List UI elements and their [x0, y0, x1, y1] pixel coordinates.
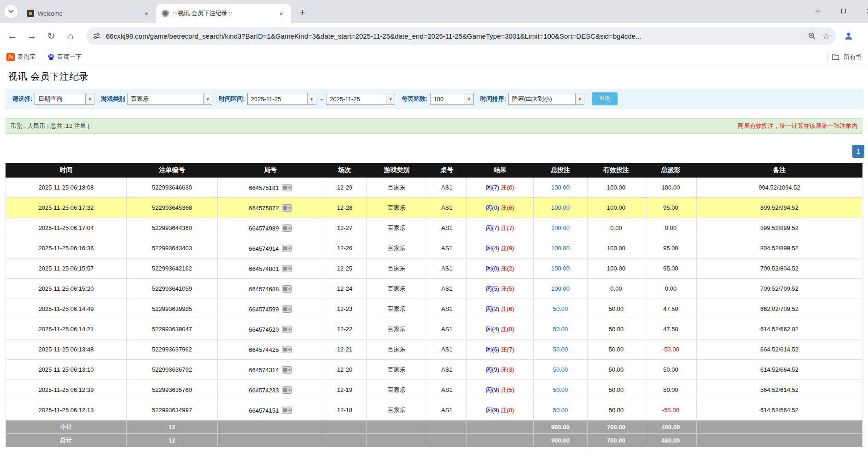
cell-game-type: 百家乐	[367, 178, 427, 198]
total-bet-link[interactable]: 50.00	[553, 407, 568, 414]
subtotal-payout: 480.00	[645, 420, 697, 434]
page-number-button[interactable]: 1	[852, 145, 864, 158]
total-bet-link[interactable]: 100.00	[551, 184, 570, 191]
result-player: 闲(9)	[486, 407, 499, 414]
cell-total-bet: 50.00	[534, 319, 588, 339]
back-button[interactable]: ←	[3, 26, 22, 46]
zoom-indicator-button[interactable]	[808, 32, 816, 40]
cell-round-id: 664575072	[218, 198, 323, 218]
cell-game-type: 百家乐	[367, 259, 427, 279]
column-header: 有效投注	[588, 163, 645, 178]
all-bookmarks-button[interactable]: 所有书	[827, 52, 862, 61]
total-bet-link[interactable]: 100.00	[551, 285, 570, 292]
video-replay-icon[interactable]	[282, 224, 292, 232]
page-size-dropdown[interactable]: 100 ▾	[430, 93, 474, 105]
site-info-icon[interactable]	[93, 32, 101, 40]
video-replay-icon[interactable]	[282, 386, 292, 394]
total-bet-link[interactable]: 100.00	[551, 265, 570, 272]
game-type-dropdown[interactable]: 百家乐 ▾	[127, 93, 212, 105]
browser-toolbar: ← → ↻ ⌂ 66cxkj98.com/game/betrecord_sear…	[0, 23, 868, 49]
column-header: 时间	[6, 163, 127, 178]
tab-bet-records[interactable]: :::视讯 会员下注纪录::: ×	[156, 4, 291, 23]
address-bar[interactable]: 66cxkj98.com/game/betrecord_search/kind3…	[87, 27, 836, 45]
cell-table-no: AS1	[427, 380, 467, 400]
search-button[interactable]: 查询	[592, 92, 618, 105]
bet-record-row: 2025-11-25 06:13:10522993636792664574314…	[6, 360, 862, 380]
bet-record-row: 2025-11-25 06:15:20522993641059664574688…	[6, 279, 862, 299]
cell-round-id: 664574520	[218, 319, 323, 339]
total-bet-link[interactable]: 100.00	[551, 224, 570, 231]
video-replay-icon[interactable]	[282, 265, 292, 272]
cell-table-no: AS1	[427, 279, 467, 299]
cell-game-type: 百家乐	[367, 279, 427, 299]
all-bookmarks-label: 所有书	[844, 53, 862, 61]
minimize-button[interactable]	[805, 0, 831, 22]
cell-bet-id: 522993643403	[127, 238, 218, 259]
video-replay-icon[interactable]	[282, 285, 292, 293]
tab-list-button[interactable]	[5, 5, 17, 18]
url-text[interactable]: 66cxkj98.com/game/betrecord_search/kind3…	[106, 32, 802, 40]
video-replay-icon[interactable]	[282, 326, 292, 333]
video-replay-icon[interactable]	[282, 245, 292, 252]
profile-button[interactable]	[839, 27, 858, 45]
result-player: 闲(6)	[486, 346, 499, 353]
video-replay-icon[interactable]	[282, 346, 292, 353]
minimize-icon	[815, 8, 821, 14]
table-header: 时间注单编号局号场次游戏类别桌号结果总投注有效投注总派彩备注	[6, 163, 862, 178]
dropdown-arrow-icon[interactable]: ▾	[386, 93, 395, 104]
cell-remark: 614.52/564.52	[697, 400, 862, 420]
filter-bar: 请选择: 日期查询 ▾ 游戏类别 百家乐 ▾ 时间区间: 2025-11-25 …	[6, 89, 862, 109]
query-type-dropdown[interactable]: 日期查询 ▾	[35, 93, 94, 105]
bookmark-baidu[interactable]: 百度一下	[47, 53, 82, 61]
bookmark-star-button[interactable]: ☆	[822, 31, 830, 41]
close-window-button[interactable]	[856, 0, 868, 22]
tab-close-icon[interactable]: ×	[142, 9, 151, 17]
cell-payout: 47.50	[645, 299, 697, 319]
total-bet-link[interactable]: 50.00	[553, 346, 568, 353]
pagination: 1	[0, 145, 864, 158]
total-bet-link[interactable]: 50.00	[553, 366, 568, 373]
cell-payout: -50.00	[645, 339, 697, 360]
cell-table-no: AS1	[427, 360, 467, 380]
total-bet-link[interactable]: 50.00	[553, 326, 568, 333]
reload-button[interactable]: ↻	[41, 26, 61, 46]
cell-round-id: 664574151	[218, 400, 323, 420]
total-bet-link[interactable]: 50.00	[553, 386, 568, 393]
total-bet-link[interactable]: 100.00	[551, 204, 570, 211]
cell-valid-bet: 0.00	[588, 218, 645, 238]
cell-round-id: 664574914	[218, 238, 323, 259]
tab-close-icon[interactable]: ×	[277, 9, 285, 17]
result-player: 闲(5)	[486, 285, 499, 292]
total-bet-link[interactable]: 50.00	[553, 305, 568, 312]
video-replay-icon[interactable]	[282, 407, 292, 414]
home-button[interactable]: ⌂	[61, 26, 80, 46]
cell-round-id: 664575181	[218, 178, 323, 198]
new-tab-button[interactable]: +	[296, 6, 309, 19]
cell-time: 2025-11-25 06:15:57	[6, 259, 127, 279]
dropdown-arrow-icon[interactable]: ▾	[203, 93, 212, 104]
cell-game-type: 百家乐	[367, 319, 427, 339]
total-empty-cell	[467, 434, 534, 447]
forward-button[interactable]: →	[22, 26, 41, 46]
video-replay-icon[interactable]	[282, 204, 292, 212]
video-replay-icon[interactable]	[282, 305, 292, 313]
date-start-dropdown[interactable]: 2025-11-25 ▾	[247, 93, 316, 105]
subtotal-empty-cell	[218, 420, 323, 434]
maximize-button[interactable]	[831, 0, 856, 22]
dropdown-arrow-icon[interactable]: ▾	[307, 93, 316, 104]
cell-payout: 95.00	[645, 198, 697, 218]
dropdown-arrow-icon[interactable]: ▾	[575, 93, 584, 104]
video-replay-icon[interactable]	[282, 366, 292, 374]
total-valid-bet: 700.00	[588, 434, 645, 447]
dropdown-arrow-icon[interactable]: ▾	[465, 93, 473, 104]
total-bet-link[interactable]: 100.00	[551, 245, 570, 252]
tab-welcome[interactable]: Welcome ×	[21, 4, 156, 23]
sort-dropdown[interactable]: 降幂(由大到小) ▾	[508, 93, 584, 105]
cell-time: 2025-11-25 06:17:32	[6, 198, 127, 218]
dropdown-arrow-icon[interactable]: ▾	[85, 93, 94, 104]
bookmark-taobao[interactable]: 淘 爱淘宝	[6, 53, 35, 61]
date-end-dropdown[interactable]: 2025-11-25 ▾	[326, 93, 395, 105]
total-empty-cell	[697, 434, 862, 447]
video-replay-icon[interactable]	[282, 184, 292, 191]
cell-payout: 95.00	[645, 238, 697, 259]
